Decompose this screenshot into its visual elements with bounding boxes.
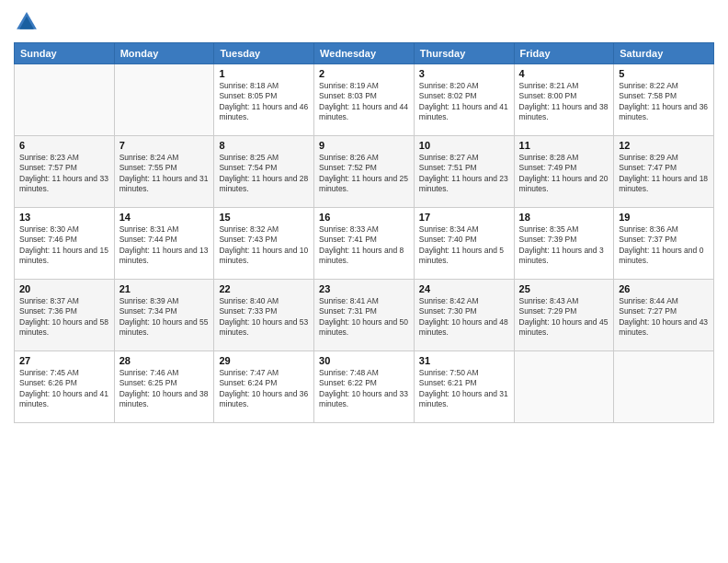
calendar-cell: 6Sunrise: 8:23 AM Sunset: 7:57 PM Daylig… xyxy=(15,136,115,208)
week-row-3: 13Sunrise: 8:30 AM Sunset: 7:46 PM Dayli… xyxy=(15,208,714,280)
day-number: 8 xyxy=(219,140,309,151)
day-info: Sunrise: 7:47 AM Sunset: 6:24 PM Dayligh… xyxy=(219,368,309,410)
calendar-cell: 18Sunrise: 8:35 AM Sunset: 7:39 PM Dayli… xyxy=(514,208,614,280)
calendar-cell: 29Sunrise: 7:47 AM Sunset: 6:24 PM Dayli… xyxy=(214,351,314,423)
day-info: Sunrise: 8:21 AM Sunset: 8:00 PM Dayligh… xyxy=(519,81,609,123)
calendar-cell: 13Sunrise: 8:30 AM Sunset: 7:46 PM Dayli… xyxy=(15,208,115,280)
day-number: 13 xyxy=(19,212,109,223)
day-info: Sunrise: 8:18 AM Sunset: 8:05 PM Dayligh… xyxy=(219,81,309,123)
calendar-cell: 17Sunrise: 8:34 AM Sunset: 7:40 PM Dayli… xyxy=(414,208,514,280)
day-header-tuesday: Tuesday xyxy=(214,43,314,64)
day-number: 29 xyxy=(219,355,309,366)
calendar-cell: 11Sunrise: 8:28 AM Sunset: 7:49 PM Dayli… xyxy=(514,136,614,208)
day-info: Sunrise: 8:40 AM Sunset: 7:33 PM Dayligh… xyxy=(219,296,309,339)
day-info: Sunrise: 8:41 AM Sunset: 7:31 PM Dayligh… xyxy=(319,296,409,339)
day-number: 19 xyxy=(619,212,709,223)
calendar-cell: 10Sunrise: 8:27 AM Sunset: 7:51 PM Dayli… xyxy=(414,136,514,208)
calendar-cell: 16Sunrise: 8:33 AM Sunset: 7:41 PM Dayli… xyxy=(314,208,415,280)
day-number: 28 xyxy=(119,355,210,366)
day-number: 31 xyxy=(419,355,509,366)
page: SundayMondayTuesdayWednesdayThursdayFrid… xyxy=(0,0,728,563)
day-header-saturday: Saturday xyxy=(614,43,714,64)
day-number: 25 xyxy=(519,283,609,294)
calendar-cell: 8Sunrise: 8:25 AM Sunset: 7:54 PM Daylig… xyxy=(214,136,314,208)
calendar-cell: 15Sunrise: 8:32 AM Sunset: 7:43 PM Dayli… xyxy=(214,208,314,280)
week-row-1: 1Sunrise: 8:18 AM Sunset: 8:05 PM Daylig… xyxy=(15,64,714,136)
day-number: 15 xyxy=(219,212,309,223)
calendar-cell xyxy=(514,351,614,423)
day-number: 30 xyxy=(319,355,409,366)
day-info: Sunrise: 8:43 AM Sunset: 7:29 PM Dayligh… xyxy=(519,296,609,339)
day-info: Sunrise: 8:22 AM Sunset: 7:58 PM Dayligh… xyxy=(619,81,709,123)
day-number: 22 xyxy=(219,283,309,294)
calendar-table: SundayMondayTuesdayWednesdayThursdayFrid… xyxy=(14,42,714,423)
day-header-monday: Monday xyxy=(114,43,214,64)
week-row-5: 27Sunrise: 7:45 AM Sunset: 6:26 PM Dayli… xyxy=(15,351,714,423)
day-number: 14 xyxy=(119,212,210,223)
day-header-thursday: Thursday xyxy=(414,43,514,64)
day-info: Sunrise: 8:37 AM Sunset: 7:36 PM Dayligh… xyxy=(19,296,109,339)
calendar-cell: 14Sunrise: 8:31 AM Sunset: 7:44 PM Dayli… xyxy=(114,208,214,280)
day-info: Sunrise: 8:20 AM Sunset: 8:02 PM Dayligh… xyxy=(419,81,509,123)
day-number: 24 xyxy=(419,283,509,294)
day-info: Sunrise: 8:36 AM Sunset: 7:37 PM Dayligh… xyxy=(619,224,709,267)
day-info: Sunrise: 8:19 AM Sunset: 8:03 PM Dayligh… xyxy=(319,81,409,123)
calendar-cell: 1Sunrise: 8:18 AM Sunset: 8:05 PM Daylig… xyxy=(214,64,314,136)
calendar-cell: 31Sunrise: 7:50 AM Sunset: 6:21 PM Dayli… xyxy=(414,351,514,423)
day-info: Sunrise: 8:42 AM Sunset: 7:30 PM Dayligh… xyxy=(419,296,509,339)
calendar-cell: 30Sunrise: 7:48 AM Sunset: 6:22 PM Dayli… xyxy=(314,351,415,423)
day-info: Sunrise: 8:23 AM Sunset: 7:57 PM Dayligh… xyxy=(19,153,109,195)
day-header-wednesday: Wednesday xyxy=(314,43,415,64)
day-info: Sunrise: 7:45 AM Sunset: 6:26 PM Dayligh… xyxy=(19,368,109,410)
day-number: 16 xyxy=(319,212,409,223)
calendar-cell: 27Sunrise: 7:45 AM Sunset: 6:26 PM Dayli… xyxy=(15,351,115,423)
calendar-cell: 4Sunrise: 8:21 AM Sunset: 8:00 PM Daylig… xyxy=(514,64,614,136)
day-info: Sunrise: 8:31 AM Sunset: 7:44 PM Dayligh… xyxy=(119,224,210,267)
day-number: 6 xyxy=(19,140,109,151)
day-number: 10 xyxy=(419,140,509,151)
day-info: Sunrise: 7:50 AM Sunset: 6:21 PM Dayligh… xyxy=(419,368,509,410)
day-header-sunday: Sunday xyxy=(15,43,115,64)
header xyxy=(14,9,714,35)
calendar-cell: 12Sunrise: 8:29 AM Sunset: 7:47 PM Dayli… xyxy=(614,136,714,208)
calendar-cell: 25Sunrise: 8:43 AM Sunset: 7:29 PM Dayli… xyxy=(514,280,614,351)
day-info: Sunrise: 7:48 AM Sunset: 6:22 PM Dayligh… xyxy=(319,368,409,410)
logo-icon xyxy=(14,9,40,35)
week-row-2: 6Sunrise: 8:23 AM Sunset: 7:57 PM Daylig… xyxy=(15,136,714,208)
day-info: Sunrise: 8:27 AM Sunset: 7:51 PM Dayligh… xyxy=(419,153,509,195)
calendar-cell: 23Sunrise: 8:41 AM Sunset: 7:31 PM Dayli… xyxy=(314,280,415,351)
calendar-cell: 26Sunrise: 8:44 AM Sunset: 7:27 PM Dayli… xyxy=(614,280,714,351)
calendar-cell: 21Sunrise: 8:39 AM Sunset: 7:34 PM Dayli… xyxy=(114,280,214,351)
calendar-cell xyxy=(15,64,115,136)
day-number: 11 xyxy=(519,140,609,151)
calendar-header-row: SundayMondayTuesdayWednesdayThursdayFrid… xyxy=(15,43,714,64)
day-number: 1 xyxy=(219,68,309,79)
day-header-friday: Friday xyxy=(514,43,614,64)
calendar-cell: 19Sunrise: 8:36 AM Sunset: 7:37 PM Dayli… xyxy=(614,208,714,280)
day-number: 27 xyxy=(19,355,109,366)
calendar-cell: 24Sunrise: 8:42 AM Sunset: 7:30 PM Dayli… xyxy=(414,280,514,351)
day-info: Sunrise: 8:44 AM Sunset: 7:27 PM Dayligh… xyxy=(619,296,709,339)
day-number: 26 xyxy=(619,283,709,294)
day-info: Sunrise: 8:30 AM Sunset: 7:46 PM Dayligh… xyxy=(19,224,109,267)
day-number: 20 xyxy=(19,283,109,294)
day-info: Sunrise: 8:24 AM Sunset: 7:55 PM Dayligh… xyxy=(119,153,210,195)
calendar-cell: 20Sunrise: 8:37 AM Sunset: 7:36 PM Dayli… xyxy=(15,280,115,351)
day-info: Sunrise: 8:32 AM Sunset: 7:43 PM Dayligh… xyxy=(219,224,309,267)
day-number: 18 xyxy=(519,212,609,223)
day-info: Sunrise: 8:39 AM Sunset: 7:34 PM Dayligh… xyxy=(119,296,210,339)
day-number: 9 xyxy=(319,140,409,151)
day-number: 3 xyxy=(419,68,509,79)
day-info: Sunrise: 8:34 AM Sunset: 7:40 PM Dayligh… xyxy=(419,224,509,267)
day-info: Sunrise: 7:46 AM Sunset: 6:25 PM Dayligh… xyxy=(119,368,210,410)
day-info: Sunrise: 8:25 AM Sunset: 7:54 PM Dayligh… xyxy=(219,153,309,195)
day-number: 23 xyxy=(319,283,409,294)
day-number: 4 xyxy=(519,68,609,79)
day-info: Sunrise: 8:29 AM Sunset: 7:47 PM Dayligh… xyxy=(619,153,709,195)
week-row-4: 20Sunrise: 8:37 AM Sunset: 7:36 PM Dayli… xyxy=(15,280,714,351)
day-info: Sunrise: 8:26 AM Sunset: 7:52 PM Dayligh… xyxy=(319,153,409,195)
calendar-cell xyxy=(114,64,214,136)
day-number: 12 xyxy=(619,140,709,151)
calendar-cell: 7Sunrise: 8:24 AM Sunset: 7:55 PM Daylig… xyxy=(114,136,214,208)
day-number: 17 xyxy=(419,212,509,223)
